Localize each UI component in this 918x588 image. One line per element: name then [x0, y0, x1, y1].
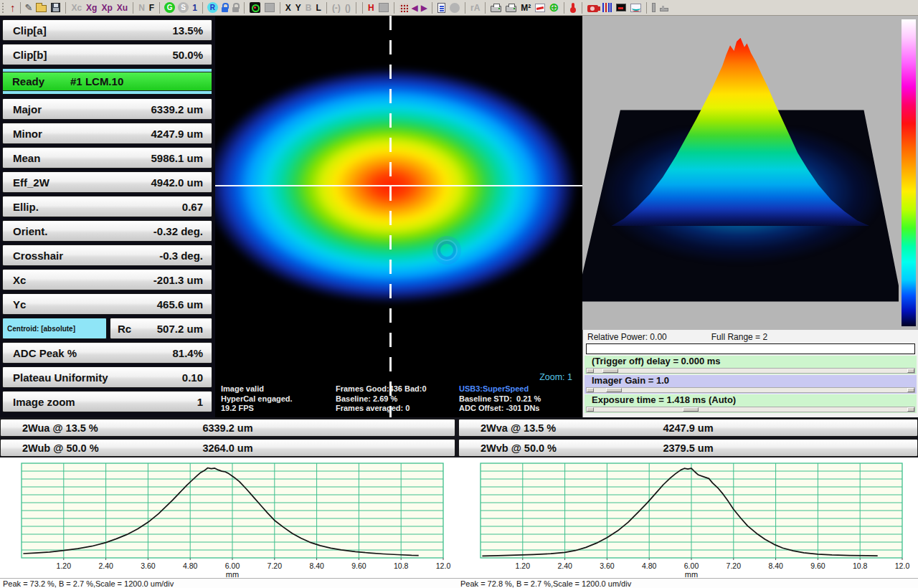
open-folder-icon[interactable]: [36, 5, 47, 12]
frame-buffer-icon[interactable]: [616, 4, 626, 11]
n-button[interactable]: N: [136, 3, 147, 13]
levels-icon[interactable]: [602, 3, 612, 12]
print-icon[interactable]: [491, 6, 501, 12]
metric-row[interactable]: Clip[b]50.0%: [2, 44, 212, 65]
ra-button[interactable]: rA: [468, 3, 482, 13]
slider-thumb[interactable]: [683, 407, 699, 412]
save-icon[interactable]: [51, 3, 60, 12]
centroid-mode-button[interactable]: Centroid: [absolute]: [2, 318, 107, 339]
slider-thumb[interactable]: [602, 369, 618, 373]
toolbar-separator: [356, 2, 356, 14]
status-line: Baseline: 2.69 %: [336, 394, 427, 404]
slider-left-arrow-button[interactable]: [587, 369, 594, 373]
xg-button[interactable]: Xg: [84, 3, 99, 13]
metric-row[interactable]: Ellip.0.67: [2, 196, 212, 217]
camera-id-label: #1 LCM.10: [44, 75, 123, 87]
toolbar-separator: [362, 2, 363, 14]
s-badge[interactable]: S: [178, 2, 189, 13]
width-result-row[interactable]: 4247.9 um2Wva @ 13.5 %: [458, 419, 918, 437]
b-button[interactable]: B: [303, 3, 314, 13]
slider-panel: Imager Gain = 1.0: [585, 375, 917, 394]
up-arrow-icon[interactable]: ↑: [9, 1, 17, 14]
crosshair-horizontal-line[interactable]: [215, 185, 582, 186]
width-result-row[interactable]: 2379.5 um2Wvb @ 50.0 %: [458, 439, 918, 457]
frame-grid-icon[interactable]: [399, 4, 408, 12]
pointer-tool-icon[interactable]: [660, 8, 668, 11]
metric-label: Minor: [3, 128, 42, 140]
blank-slot2-icon[interactable]: [379, 3, 389, 12]
svg-text:6.00: 6.00: [684, 561, 699, 570]
metric-row[interactable]: Eff_2W4942.0 um: [2, 171, 212, 193]
m2-button[interactable]: M²: [519, 3, 533, 13]
prev-frame-icon[interactable]: ◀: [410, 1, 420, 14]
metric-row[interactable]: Crosshair-0.3 deg.: [2, 245, 212, 266]
svg-text:8.40: 8.40: [768, 561, 783, 570]
blank-slot-icon[interactable]: [265, 3, 275, 12]
beam-target-icon[interactable]: [250, 2, 260, 13]
slider-track[interactable]: [586, 407, 915, 412]
aperture-dot-button[interactable]: (-): [330, 3, 343, 13]
status-line: Frames Good:436 Bad:0: [336, 384, 427, 394]
metric-value: 4942.0 um: [151, 176, 212, 189]
aperture-button[interactable]: (): [343, 3, 353, 13]
crosshair-vertical-line[interactable]: [389, 16, 392, 417]
g-badge[interactable]: G: [164, 2, 175, 13]
xu-button[interactable]: Xu: [115, 3, 130, 13]
edit-pencil-icon[interactable]: ✎: [24, 1, 34, 14]
xc-button[interactable]: Xc: [69, 3, 84, 13]
svg-text:4.80: 4.80: [183, 561, 198, 570]
xp-button[interactable]: Xp: [99, 3, 114, 13]
slider-left-arrow-button[interactable]: [587, 388, 594, 392]
y-axis-button[interactable]: Y: [293, 3, 303, 13]
metric-value: 465.6 um: [157, 298, 212, 310]
one-button[interactable]: 1: [190, 3, 199, 13]
metric-row[interactable]: Major6339.2 um: [2, 98, 212, 120]
print-setup-icon[interactable]: [506, 6, 516, 12]
next-frame-icon[interactable]: ▶: [420, 1, 429, 14]
trend-chart-icon[interactable]: [630, 4, 641, 12]
width-result-row[interactable]: 6339.2 um2Wua @ 13.5 %: [0, 419, 455, 437]
metric-row[interactable]: ADC Peak %81.4%: [2, 342, 212, 364]
slider-right-arrow-button[interactable]: [907, 388, 914, 392]
crosshair-target-icon[interactable]: ⊕: [547, 1, 560, 14]
cursor-h-icon[interactable]: H: [366, 3, 377, 13]
marker-tool-icon[interactable]: [652, 3, 656, 12]
gray-circle-icon[interactable]: [450, 3, 460, 13]
width-result-row[interactable]: 3264.0 um2Wub @ 50.0 %: [0, 439, 455, 457]
slider-right-arrow-button[interactable]: [907, 407, 914, 412]
metric-row[interactable]: Orient.-0.32 deg.: [2, 220, 212, 242]
x-axis-button[interactable]: X: [283, 3, 293, 13]
lock-closed-icon[interactable]: [232, 7, 239, 12]
f-button[interactable]: F: [147, 3, 156, 13]
status-line: Image valid: [221, 384, 293, 394]
lock-open-icon[interactable]: [222, 7, 228, 12]
camera-icon[interactable]: [587, 5, 598, 12]
metric-row[interactable]: Mean5986.1 um: [2, 147, 212, 169]
metric-value: 81.4%: [172, 347, 212, 359]
slider-right-arrow-button[interactable]: [907, 369, 914, 373]
surface-3d-view[interactable]: [582, 16, 899, 330]
metric-row[interactable]: Rc507.2 um: [110, 318, 212, 339]
metric-row[interactable]: Clip[a]13.5%: [2, 19, 212, 41]
svg-text:3.60: 3.60: [600, 561, 615, 570]
copy-page-icon[interactable]: [437, 3, 445, 13]
metric-label: Major: [3, 103, 42, 115]
thermometer-icon[interactable]: [572, 3, 574, 9]
metric-row[interactable]: Image zoom1: [2, 391, 212, 412]
r-badge[interactable]: R: [207, 2, 218, 13]
metric-row[interactable]: Plateau Uniformity0.10: [2, 366, 212, 388]
slider-thumb[interactable]: [606, 388, 622, 392]
slider-track[interactable]: [586, 387, 915, 393]
metric-row[interactable]: Yc465.6 um: [2, 293, 212, 315]
metric-row[interactable]: Xc-201.3 um: [2, 269, 212, 290]
slider-left-arrow-button[interactable]: [587, 407, 594, 412]
slider-track[interactable]: [586, 368, 915, 374]
relative-power-label: Relative Power: 0.00: [587, 332, 667, 342]
beam-image-display[interactable]: Zoom: 1 Image validHyperCal engaged.19.2…: [215, 16, 582, 417]
metric-row[interactable]: Minor4247.9 um: [2, 123, 212, 144]
report-chart-icon[interactable]: [535, 4, 545, 12]
l-button[interactable]: L: [314, 3, 323, 13]
beam-profiler-window: ↑✎XcXgXpXuNFGS1RXYBL(-)()H◀▶rAM²⊕ Clip[a…: [0, 0, 918, 588]
width-result-label: 2Wua @ 13.5 %: [1, 422, 98, 434]
slider-label: Imager Gain = 1.0: [585, 375, 917, 387]
